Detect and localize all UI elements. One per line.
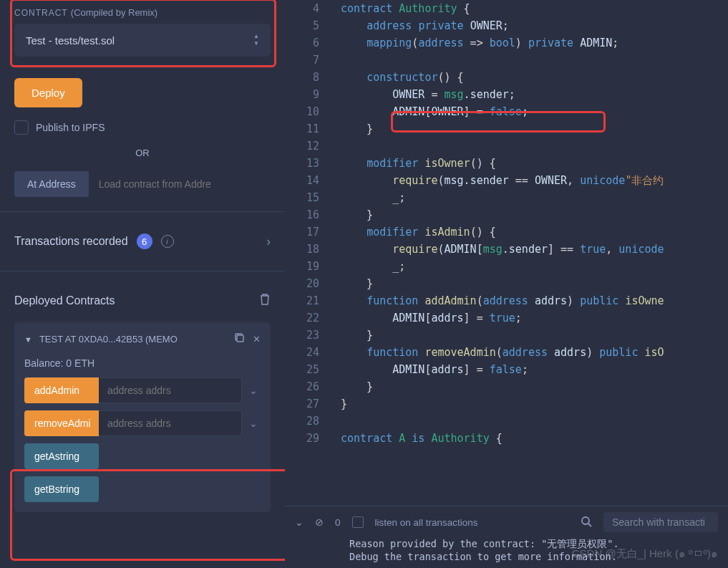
chevron-right-icon: › <box>266 234 271 249</box>
publish-ipfs-label: Publish to IPFS <box>36 122 105 133</box>
listen-label: listen on all transactions <box>375 517 478 528</box>
contract-select-value: Test - tests/test.sol <box>26 34 115 47</box>
transactions-recorded-label: Transactions recorded <box>14 235 128 248</box>
fn-button-getbstring[interactable]: getBstring <box>24 476 99 502</box>
chevron-down-icon[interactable]: ⌄ <box>246 410 261 436</box>
fn-row-removeadmin: removeAdmi ⌄ <box>24 410 261 436</box>
copy-icon[interactable] <box>234 332 246 346</box>
load-address-input[interactable] <box>89 171 271 197</box>
fn-button-getastring[interactable]: getAstring <box>24 443 99 469</box>
chevron-down-icon[interactable]: ⌄ <box>246 377 261 403</box>
transactions-count-badge: 6 <box>137 234 152 249</box>
pending-count: 0 <box>335 517 341 528</box>
fn-row-getastring: getAstring <box>24 443 261 469</box>
code-content[interactable]: contract Authority { address private OWN… <box>319 0 728 506</box>
deploy-button[interactable]: Deploy <box>14 78 82 107</box>
transactions-recorded-header[interactable]: Transactions recorded 6 i › <box>14 226 271 256</box>
fn-row-getbstring: getBstring <box>24 476 261 502</box>
caret-down-icon[interactable]: ▼ <box>24 335 32 344</box>
or-divider-text: OR <box>14 148 271 158</box>
line-number-gutter: 4567891011121314151617181920212223242526… <box>285 0 319 506</box>
contract-select-dropdown[interactable]: Test - tests/test.sol ▲▼ <box>14 24 271 57</box>
fn-button-addadmin[interactable]: addAdmin <box>24 377 99 403</box>
fn-input-addadmin[interactable] <box>99 377 242 403</box>
console-search-input[interactable]: Search with transacti <box>603 512 718 532</box>
code-editor-area: 4567891011121314151617181920212223242526… <box>285 0 728 568</box>
search-icon[interactable] <box>581 516 592 529</box>
deployed-contract-panel: ▼ TEST AT 0XDA0...42B53 (MEMO ✕ Balance:… <box>14 322 271 512</box>
console-collapse-icon[interactable]: ⌄ <box>295 516 304 528</box>
dropdown-chevrons-icon: ▲▼ <box>253 34 259 47</box>
svg-point-1 <box>582 517 589 524</box>
deployed-contracts-label: Deployed Contracts <box>14 294 115 307</box>
close-icon[interactable]: ✕ <box>253 334 261 345</box>
deploy-sidebar: CONTRACT (Compiled by Remix) Test - test… <box>0 0 285 568</box>
publish-ipfs-checkbox[interactable] <box>14 120 29 135</box>
contract-section-label: CONTRACT (Compiled by Remix) <box>14 7 271 18</box>
watermark-text: CSDN @无白_| Herk (๑ ºㅁº)๑ <box>572 545 718 562</box>
at-address-button[interactable]: At Address <box>14 171 89 197</box>
contract-balance: Balance: 0 ETH <box>24 357 261 369</box>
deployed-contract-title: TEST AT 0XDA0...42B53 (MEMO <box>39 334 227 345</box>
fn-input-removeadmin[interactable] <box>99 410 242 436</box>
fn-button-removeadmin[interactable]: removeAdmi <box>24 410 99 436</box>
ban-icon[interactable]: ⊘ <box>315 516 324 528</box>
listen-checkbox[interactable] <box>352 516 364 528</box>
trash-icon[interactable] <box>259 293 271 308</box>
fn-row-addadmin: addAdmin ⌄ <box>24 377 261 403</box>
svg-rect-0 <box>237 335 243 342</box>
info-icon[interactable]: i <box>161 235 174 248</box>
